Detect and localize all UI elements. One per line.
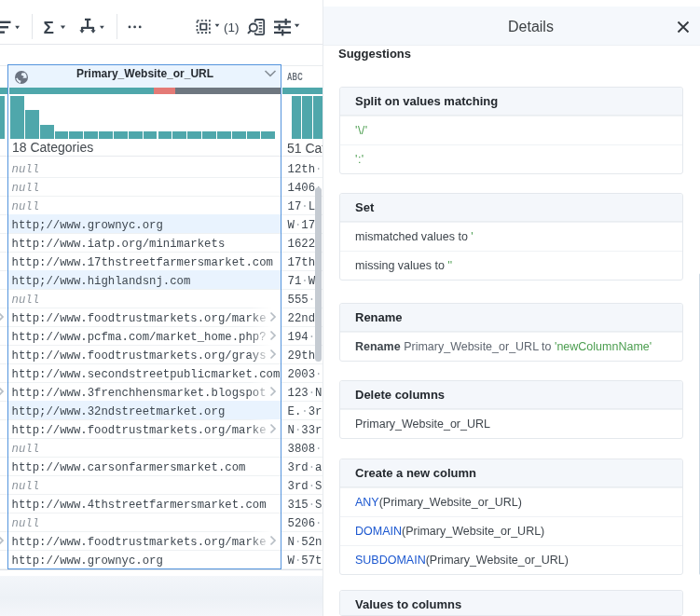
svg-text:Σ: Σ	[44, 18, 54, 37]
svg-text:(1): (1)	[224, 21, 240, 34]
